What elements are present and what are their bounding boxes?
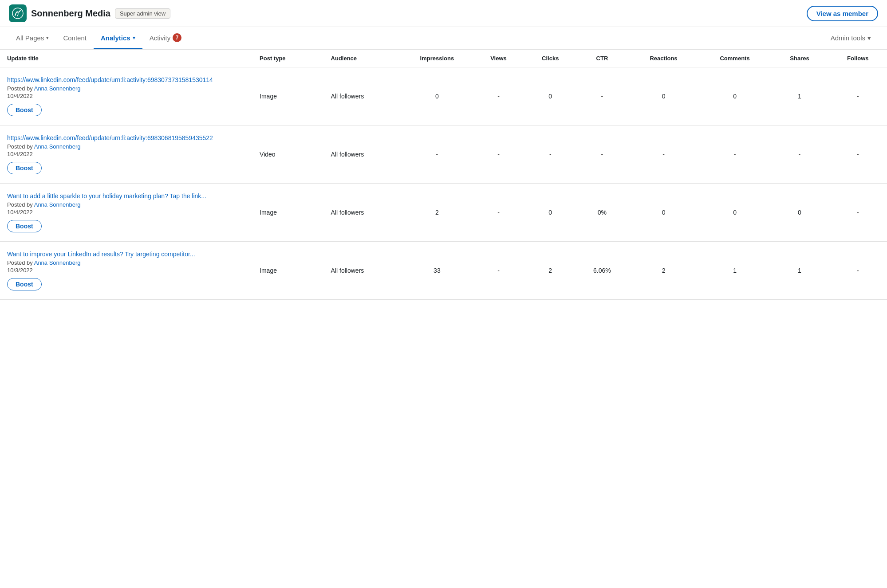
author-name[interactable]: Anna Sonnenberg [34,143,81,150]
col-header-comments: Comments [699,50,771,67]
super-admin-badge: Super admin view [115,8,170,19]
col-header-follows: Follows [829,50,887,67]
posted-by: Posted by Anna Sonnenberg [7,85,245,92]
post-type-cell: Video [252,125,324,184]
follows-cell: - [829,67,887,125]
col-header-views: Views [473,50,524,67]
chevron-down-icon: ▾ [867,34,871,42]
col-header-ctr: CTR [576,50,628,67]
post-date: 10/4/2022 [7,151,245,157]
ctr-cell: 6.06% [576,242,628,300]
shares-cell: 1 [770,242,828,300]
main-nav: All Pages ▾ Content Analytics ▾ Activity… [0,27,887,49]
impressions-cell: 2 [402,184,473,242]
post-date: 10/3/2022 [7,267,245,274]
follows-cell: - [829,184,887,242]
admin-tools-dropdown[interactable]: Admin tools ▾ [824,28,878,48]
post-date: 10/4/2022 [7,209,245,216]
update-title-text[interactable]: Want to add a little sparkle to your hol… [7,192,245,200]
col-header-post-type: Post type [252,50,324,67]
impressions-cell: 0 [402,67,473,125]
comments-cell: 0 [699,67,771,125]
logo-wrap: Sonnenberg Media Super admin view [9,4,170,22]
post-type-cell: Image [252,242,324,300]
follows-cell: - [829,242,887,300]
views-cell: - [473,242,524,300]
reactions-cell: 0 [628,67,699,125]
audience-cell: All followers [324,125,402,184]
post-date: 10/4/2022 [7,93,245,99]
col-header-impressions: Impressions [402,50,473,67]
clicks-cell: 0 [524,184,576,242]
update-title-cell: Want to improve your LinkedIn ad results… [0,242,252,300]
update-title-cell: https://www.linkedin.com/feed/update/urn… [0,67,252,125]
chevron-down-icon: ▾ [46,35,49,41]
table-row: https://www.linkedin.com/feed/update/urn… [0,125,887,184]
company-logo-icon [9,4,27,22]
boost-button[interactable]: Boost [7,104,42,116]
views-cell: - [473,67,524,125]
table-row: https://www.linkedin.com/feed/update/urn… [0,67,887,125]
audience-cell: All followers [324,184,402,242]
clicks-cell: 0 [524,67,576,125]
chevron-down-icon: ▾ [133,35,135,41]
views-cell: - [473,184,524,242]
ctr-cell: - [576,67,628,125]
update-title-cell: https://www.linkedin.com/feed/update/urn… [0,125,252,184]
update-title-text[interactable]: Want to improve your LinkedIn ad results… [7,251,245,258]
ctr-cell: - [576,125,628,184]
audience-cell: All followers [324,67,402,125]
post-type-cell: Image [252,67,324,125]
company-name: Sonnenberg Media [31,8,110,19]
follows-cell: - [829,125,887,184]
col-header-reactions: Reactions [628,50,699,67]
update-link[interactable]: https://www.linkedin.com/feed/update/urn… [7,76,245,83]
update-link[interactable]: https://www.linkedin.com/feed/update/urn… [7,134,245,141]
clicks-cell: - [524,125,576,184]
boost-button[interactable]: Boost [7,162,42,174]
author-name[interactable]: Anna Sonnenberg [34,85,81,92]
comments-cell: 0 [699,184,771,242]
reactions-cell: - [628,125,699,184]
comments-cell: - [699,125,771,184]
author-name[interactable]: Anna Sonnenberg [34,259,81,266]
analytics-table: Update title Post type Audience Impressi… [0,49,887,300]
shares-cell: 1 [770,67,828,125]
audience-cell: All followers [324,242,402,300]
view-as-member-button[interactable]: View as member [807,6,878,21]
nav-item-content[interactable]: Content [56,28,94,49]
clicks-cell: 2 [524,242,576,300]
col-header-shares: Shares [770,50,828,67]
post-type-cell: Image [252,184,324,242]
ctr-cell: 0% [576,184,628,242]
table-row: Want to add a little sparkle to your hol… [0,184,887,242]
nav-item-analytics[interactable]: Analytics ▾ [94,28,142,49]
shares-cell: 0 [770,184,828,242]
reactions-cell: 0 [628,184,699,242]
shares-cell: - [770,125,828,184]
boost-button[interactable]: Boost [7,220,42,232]
impressions-cell: 33 [402,242,473,300]
analytics-table-container: Update title Post type Audience Impressi… [0,49,887,300]
nav-item-all-pages[interactable]: All Pages ▾ [9,28,56,49]
author-name[interactable]: Anna Sonnenberg [34,201,81,208]
posted-by: Posted by Anna Sonnenberg [7,201,245,208]
posted-by: Posted by Anna Sonnenberg [7,259,245,266]
views-cell: - [473,125,524,184]
comments-cell: 1 [699,242,771,300]
col-header-clicks: Clicks [524,50,576,67]
reactions-cell: 2 [628,242,699,300]
col-header-audience: Audience [324,50,402,67]
col-header-update-title: Update title [0,50,252,67]
update-title-cell: Want to add a little sparkle to your hol… [0,184,252,242]
posted-by: Posted by Anna Sonnenberg [7,143,245,150]
activity-badge: 7 [173,33,181,42]
boost-button[interactable]: Boost [7,278,42,290]
table-row: Want to improve your LinkedIn ad results… [0,242,887,300]
header: Sonnenberg Media Super admin view View a… [0,0,887,27]
nav-item-activity[interactable]: Activity 7 [142,27,189,49]
impressions-cell: - [402,125,473,184]
